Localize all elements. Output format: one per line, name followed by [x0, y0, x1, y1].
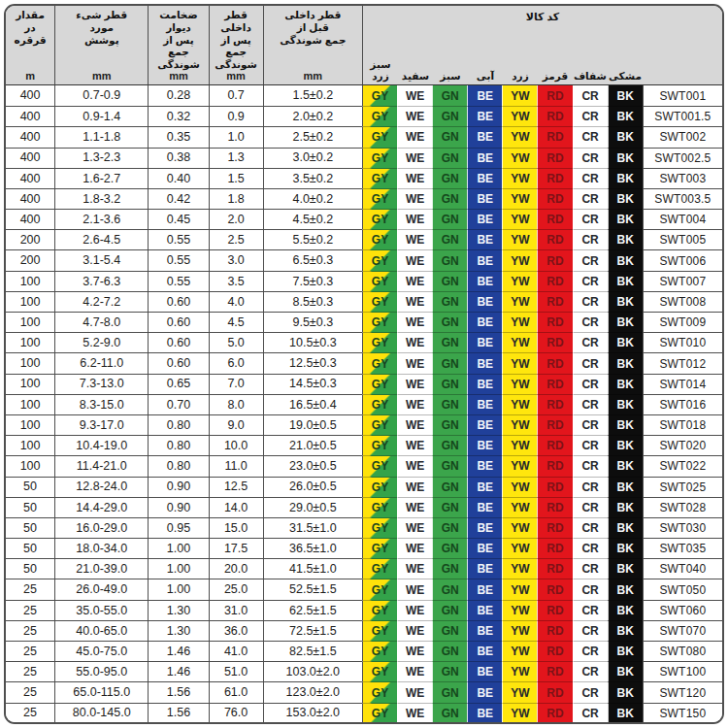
table-row: 1004.2-7.20.604.08.5±0.3GYWEGNBEYWRDCRBK… — [6, 291, 722, 312]
unit-label: mm — [304, 71, 323, 83]
color-cell-cr: CR — [573, 497, 608, 517]
color-cell-be: BE — [467, 681, 502, 702]
cell-id-after-shrink: 36.0 — [209, 620, 263, 641]
color-cell-cr: CR — [573, 394, 608, 414]
table-row: 2555.0-95.01.4651.0103.0±2.0GYWEGNBEYWRD… — [6, 661, 722, 681]
color-cell-gy: GY — [362, 641, 397, 661]
color-cell-bk: BK — [608, 352, 643, 373]
cell-id-before-shrink: 5.5±0.2 — [263, 229, 362, 249]
color-cell-cr: CR — [573, 106, 608, 126]
color-cell-rd: RD — [537, 291, 572, 312]
color-cell-yw: YW — [502, 332, 537, 352]
cell-id-after-shrink: 5.0 — [209, 332, 263, 352]
color-name-line: سبز — [370, 58, 390, 71]
color-cell-yw: YW — [502, 661, 537, 681]
cell-id-before-shrink: 153.0±2.0 — [263, 703, 362, 723]
cell-id-before-shrink: 23.0±0.5 — [263, 455, 362, 476]
cell-id-before-shrink: 4.0±0.2 — [263, 188, 362, 209]
color-cell-gy: GY — [362, 271, 397, 291]
color-cell-gy: GY — [362, 579, 397, 599]
color-cell-be: BE — [467, 332, 502, 352]
color-cell-rd: RD — [537, 229, 572, 249]
unit-label: mm — [92, 71, 112, 83]
color-cell-rd: RD — [537, 579, 572, 599]
cell-wall-thickness: 1.56 — [148, 703, 208, 723]
color-cell-rd: RD — [537, 538, 572, 558]
color-cell-be: BE — [467, 271, 502, 291]
cell-product-code: SWT006 — [643, 249, 722, 270]
color-cell-yw: YW — [502, 394, 537, 414]
color-cell-be: BE — [467, 517, 502, 538]
cell-spool-quantity: 200 — [6, 229, 54, 249]
color-cell-rd: RD — [537, 332, 572, 352]
cell-product-code: SWT100 — [643, 661, 722, 681]
color-cell-cr: CR — [573, 352, 608, 373]
table-row: 5016.0-29.00.9515.031.5±1.0GYWEGNBEYWRDC… — [6, 517, 722, 538]
color-cell-bk: BK — [608, 477, 643, 497]
color-cell-cr: CR — [573, 126, 608, 147]
cell-id-before-shrink: 19.0±0.5 — [263, 414, 362, 435]
color-cell-gy: GY — [362, 332, 397, 352]
color-cell-be: BE — [467, 291, 502, 312]
color-cell-we: WE — [397, 106, 432, 126]
color-cell-we: WE — [397, 209, 432, 229]
cell-spool-quantity: 25 — [6, 641, 54, 661]
color-cell-rd: RD — [537, 168, 572, 188]
cell-id-before-shrink: 14.5±0.3 — [263, 374, 362, 394]
cell-product-code: SWT016 — [643, 394, 722, 414]
color-cell-cr: CR — [573, 620, 608, 641]
color-cell-gn: GN — [432, 188, 467, 209]
color-cell-rd: RD — [537, 703, 572, 723]
color-cell-yw: YW — [502, 271, 537, 291]
cell-object-diameter: 6.2-11.0 — [54, 352, 148, 373]
color-cell-bk: BK — [608, 579, 643, 599]
color-cell-we: WE — [397, 374, 432, 394]
color-cell-bk: BK — [608, 600, 643, 620]
cell-wall-thickness: 0.60 — [148, 312, 208, 332]
color-cell-gn: GN — [432, 641, 467, 661]
color-cell-we: WE — [397, 229, 432, 249]
cell-product-code: SWT025 — [643, 477, 722, 497]
color-cell-bk: BK — [608, 620, 643, 641]
cell-id-before-shrink: 7.5±0.3 — [263, 271, 362, 291]
color-cell-gn: GN — [432, 106, 467, 126]
color-cell-be: BE — [467, 168, 502, 188]
color-cell-yw: YW — [502, 641, 537, 661]
cell-object-diameter: 95.0-175.0 — [54, 723, 148, 724]
col-header-id-after-shrink: قطر داخلی پس از جمع شوندگی mm — [209, 6, 263, 85]
color-cell-bk: BK — [608, 332, 643, 352]
color-cell-we: WE — [397, 558, 432, 579]
color-cell-we: WE — [397, 723, 432, 724]
cell-product-code: SWT014 — [643, 374, 722, 394]
table-row: 4001.6-2.70.401.53.5±0.2GYWEGNBEYWRDCRBK… — [6, 168, 722, 188]
color-cell-rd: RD — [537, 148, 572, 168]
color-cell-be: BE — [467, 249, 502, 270]
header-line: در — [15, 21, 47, 34]
cell-spool-quantity: 25 — [6, 579, 54, 599]
cell-id-after-shrink: 25.0 — [209, 579, 263, 599]
color-cell-bk: BK — [608, 249, 643, 270]
cell-id-after-shrink: 14.0 — [209, 497, 263, 517]
cell-id-before-shrink: 4.5±0.2 — [263, 209, 362, 229]
cell-product-code: SWT002.5 — [643, 148, 722, 168]
cell-product-code: SWT120 — [643, 681, 722, 702]
color-cell-gn: GN — [432, 558, 467, 579]
color-cell-bk: BK — [608, 681, 643, 702]
table-row: 2565.0-115.01.5661.0123.0±2.0GYWEGNBEYWR… — [6, 681, 722, 702]
cell-wall-thickness: 0.55 — [148, 229, 208, 249]
cell-spool-quantity: 100 — [6, 271, 54, 291]
color-cell-be: BE — [467, 188, 502, 209]
cell-wall-thickness: 0.70 — [148, 394, 208, 414]
color-name-bk: مشکی — [608, 70, 643, 84]
color-cell-bk: BK — [608, 126, 643, 147]
cell-product-code: SWT020 — [643, 435, 722, 455]
color-cell-be: BE — [467, 661, 502, 681]
cell-spool-quantity: 50 — [6, 497, 54, 517]
color-name-rd: قرمز — [538, 70, 573, 84]
color-cell-cr: CR — [573, 477, 608, 497]
cell-id-before-shrink: 2.5±0.2 — [263, 126, 362, 147]
cell-spool-quantity: 50 — [6, 517, 54, 538]
color-cell-gy: GY — [362, 249, 397, 270]
cell-wall-thickness: 0.55 — [148, 271, 208, 291]
table-row: 4000.9-1.40.320.92.0±0.2GYWEGNBEYWRDCRBK… — [6, 106, 722, 126]
